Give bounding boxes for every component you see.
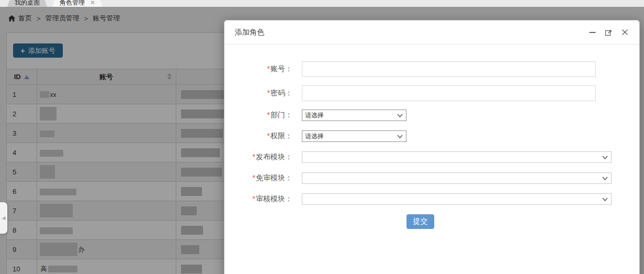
- no-review-module-label: *免审模块：: [224, 173, 292, 183]
- chevron-down-icon: [602, 195, 608, 203]
- sidebar-collapse-handle[interactable]: ◀: [0, 202, 7, 234]
- submit-button[interactable]: 提交: [406, 214, 434, 229]
- publish-module-label-text: 发布模块：: [256, 152, 292, 161]
- password-label-text: 密码：: [270, 89, 292, 97]
- tab-label: 我的桌面: [15, 0, 40, 6]
- permission-label-text: 权限：: [270, 131, 292, 140]
- password-label: *密码：: [224, 89, 292, 98]
- publish-module-field-row: *发布模块：: [224, 151, 639, 163]
- password-field-row: *密码：: [224, 85, 639, 101]
- add-role-modal: 添加角色 *账号：*密码：*部门：请选择*权限：请选择*发布模块：*免审模块：*…: [224, 20, 640, 274]
- close-icon[interactable]: [620, 28, 629, 37]
- tab-role-management[interactable]: 角色管理✕: [52, 0, 103, 7]
- review-module-select[interactable]: [302, 193, 612, 205]
- required-marker: *: [267, 89, 270, 97]
- required-marker: *: [267, 64, 270, 73]
- submit-row: 提交: [224, 214, 639, 229]
- permission-label: *权限：: [224, 131, 292, 141]
- modal-controls: [588, 28, 629, 37]
- required-marker: *: [253, 173, 255, 182]
- publish-module-select[interactable]: [302, 151, 612, 163]
- account-field-row: *账号：: [224, 61, 639, 77]
- tab-bar: 我的桌面 角色管理✕: [0, 0, 644, 7]
- password-input[interactable]: [302, 85, 596, 101]
- close-icon[interactable]: ✕: [90, 0, 95, 6]
- account-input[interactable]: [302, 61, 596, 77]
- permission-select-value: 请选择: [305, 132, 397, 141]
- department-label: *部门：: [224, 111, 292, 120]
- required-marker: *: [267, 131, 270, 140]
- tab-label: 角色管理: [60, 0, 85, 6]
- maximize-icon[interactable]: [604, 28, 613, 37]
- chevron-down-icon: [397, 112, 403, 119]
- tab-my-desktop[interactable]: 我的桌面: [7, 0, 47, 7]
- review-module-field-row: *审核模块：: [224, 193, 639, 205]
- modal-body: *账号：*密码：*部门：请选择*权限：请选择*发布模块：*免审模块：*审核模块：…: [224, 45, 639, 229]
- account-label-text: 账号：: [270, 64, 292, 73]
- review-module-label-text: 审核模块：: [256, 194, 292, 203]
- chevron-down-icon: [397, 133, 403, 140]
- required-marker: *: [253, 152, 255, 161]
- review-module-label: *审核模块：: [224, 194, 292, 204]
- required-marker: *: [267, 111, 270, 119]
- permission-field-row: *权限：请选择: [224, 130, 639, 142]
- modal-header: 添加角色: [224, 20, 639, 45]
- minimize-icon[interactable]: [588, 28, 596, 37]
- department-select[interactable]: 请选择: [302, 109, 406, 121]
- account-label: *账号：: [224, 64, 292, 74]
- chevron-down-icon: [602, 154, 608, 161]
- required-marker: *: [253, 194, 255, 203]
- chevron-down-icon: [602, 174, 608, 182]
- department-label-text: 部门：: [270, 111, 292, 119]
- department-select-value: 请选择: [305, 111, 397, 120]
- chevron-left-icon: ◀: [2, 215, 6, 221]
- department-field-row: *部门：请选择: [224, 109, 639, 121]
- publish-module-label: *发布模块：: [224, 152, 292, 162]
- permission-select[interactable]: 请选择: [302, 130, 406, 142]
- no-review-module-label-text: 免审模块：: [256, 173, 292, 182]
- no-review-module-field-row: *免审模块：: [224, 172, 639, 184]
- no-review-module-select[interactable]: [302, 172, 612, 184]
- modal-title: 添加角色: [235, 28, 264, 37]
